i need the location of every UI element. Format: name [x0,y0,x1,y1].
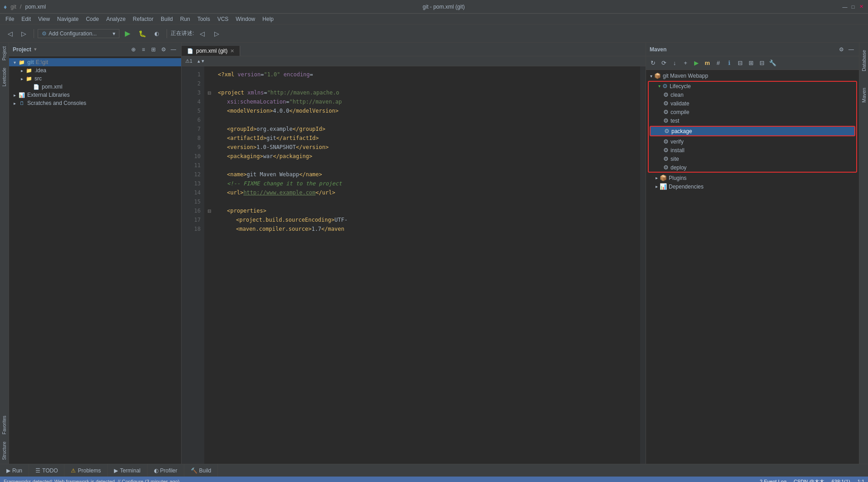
debug-button[interactable]: 🐛 [136,27,148,40]
minimize-button[interactable]: — [842,4,848,10]
back-button[interactable]: ◁ [4,27,16,40]
event-log-status[interactable]: 2 Event Log [760,479,787,482]
maven-collapse-button[interactable]: ⊟ [757,58,767,68]
close-button[interactable]: ✕ [858,4,864,10]
tree-item-git-root[interactable]: ▾ 📁 git E:\git [9,58,181,66]
file-icon-pom: 📄 [33,83,40,90]
project-panel-title: Project [13,46,31,53]
profiler-tab[interactable]: ◐ Profiler [148,464,184,477]
build-tab[interactable]: 🔨 Build [184,464,218,477]
status-left-text: Frameworks detected: Web framework is de… [4,479,179,482]
maven-refresh-button[interactable]: ↻ [648,58,658,68]
folder-icon-idea: 📁 [25,67,33,74]
maven-columns-button[interactable]: ⊟ [735,58,745,68]
tab-pom-xml[interactable]: 📄 pom.xml (git) ✕ [182,46,240,56]
gutter-5 [204,106,214,115]
maven-run-button[interactable]: ▶ [691,58,701,68]
hide-panel-button[interactable]: — [169,45,178,54]
maven-package-item[interactable]: ⚙ package [651,127,854,135]
maven-expand-button[interactable]: ⊞ [746,58,756,68]
maven-lifecycle-item[interactable]: ▾ ⚙ Lifecycle [649,82,856,90]
maven-verify-item[interactable]: ⚙ verify [649,137,856,146]
menu-code[interactable]: Code [82,15,103,23]
run-tab[interactable]: ▶ Run [0,464,29,477]
maven-test-item[interactable]: ⚙ test [649,116,856,125]
maven-side-tab[interactable]: Maven [860,84,868,106]
maximize-button[interactable]: □ [850,4,856,10]
project-dropdown-icon[interactable]: ▾ [34,46,37,52]
terminal-tab[interactable]: ▶ Terminal [108,464,147,477]
maven-site-item[interactable]: ⚙ site [649,154,856,163]
coverage-button[interactable]: ◐ [150,27,163,40]
prev-button[interactable]: ◁ [196,27,208,40]
maven-root-item[interactable]: ▾ 📦 git Maven Webapp [646,72,859,80]
tree-item-src[interactable]: ▸ 📁 src [9,75,181,83]
menu-run[interactable]: Run [177,15,194,23]
expand-all-button[interactable]: ⊞ [149,45,158,54]
maven-compile-item[interactable]: ⚙ compile [649,108,856,116]
maven-validate-item[interactable]: ⚙ validate [649,99,856,108]
menu-tools[interactable]: Tools [194,15,214,23]
favorites-side-tab[interactable]: Favorites [1,412,8,438]
lifecycle-group: ▾ ⚙ Lifecycle ⚙ clean ⚙ validate ⚙ compi… [648,81,857,173]
gutter-1 [204,70,214,79]
run-configuration[interactable]: ⚙ Add Configuration... ▾ [38,29,119,38]
ln-14: 14 [182,188,204,197]
code-line-14: <url>http://www.example.com</url> [214,188,640,197]
gutter-2 [204,79,214,88]
ln-10: 10 [182,152,204,161]
menu-help[interactable]: Help [259,15,277,23]
maven-panel: Maven ⚙ — ↻ ⟳ ↓ + ▶ m # ℹ ⊟ ⊞ ⊟ 🔧 ▾ 📦 [646,43,859,464]
maven-settings-button[interactable]: ⚙ [837,45,845,54]
maven-package-label: package [671,128,692,134]
maven-wrench-button[interactable]: 🔧 [768,58,778,68]
menu-view[interactable]: View [35,15,54,23]
maven-download-button[interactable]: ↓ [670,58,680,68]
settings-button[interactable]: ⚙ [159,45,168,54]
problems-tab[interactable]: ⚠ Problems [64,464,108,477]
menu-analyze[interactable]: Analyze [103,15,129,23]
menu-file[interactable]: File [2,15,18,23]
todo-tab[interactable]: ☰ TODO [29,464,64,477]
code-content[interactable]: <?xml version="1.0" encoding= <project x… [214,66,640,464]
title-bar: ♦ git / pom.xml git - pom.xml (git) — □ … [0,0,868,14]
ln-2: 2 [182,79,204,88]
tree-item-external-libraries[interactable]: ▸ 📊 External Libraries [9,91,181,99]
maven-reimport-button[interactable]: ⟳ [659,58,669,68]
forward-button[interactable]: ▷ [17,27,30,40]
leetcode-side-tab[interactable]: Leetcode [1,64,8,90]
tree-item-scratches[interactable]: ▸ 🗒 Scratches and Consoles [9,99,181,107]
gutter-16-fold[interactable]: ⊟ [204,206,214,215]
collapse-all-button[interactable]: ≡ [139,45,148,54]
code-line-12: <name>git Maven Webapp</name> [214,170,640,179]
maven-skip-tests-button[interactable]: # [713,58,723,68]
tree-item-pom[interactable]: 📄 pom.xml [9,83,181,91]
ln-18: 18 [182,224,204,234]
maven-m-button[interactable]: m [702,58,712,68]
structure-side-tab[interactable]: Structure [1,438,8,464]
next-button[interactable]: ▷ [210,27,223,40]
maven-plugins-item[interactable]: ▸ 📦 Plugins [646,174,859,182]
menu-window[interactable]: Window [232,15,259,23]
database-side-tab[interactable]: Database [860,46,868,75]
menu-refactor[interactable]: Refactor [129,15,157,23]
maven-dependencies-item[interactable]: ▸ 📊 Dependencies [646,182,859,191]
maven-add-button[interactable]: + [681,58,690,68]
menu-edit[interactable]: Edit [18,15,35,23]
maven-info-button[interactable]: ℹ [724,58,734,68]
locate-in-tree-button[interactable]: ⊕ [129,45,138,54]
gutter-3-fold[interactable]: ⊟ [204,88,214,97]
menu-vcs[interactable]: VCS [214,15,232,23]
run-button[interactable]: ▶ [121,27,134,40]
maven-install-item[interactable]: ⚙ install [649,146,856,154]
maven-deploy-item[interactable]: ⚙ deploy [649,163,856,172]
tab-close-button[interactable]: ✕ [230,48,234,54]
maven-hide-button[interactable]: — [847,45,855,54]
run-tab-label: Run [12,467,22,474]
menu-build[interactable]: Build [157,15,177,23]
cursor-position: 638:1(1) [832,479,850,482]
menu-navigate[interactable]: Navigate [54,15,82,23]
project-side-tab[interactable]: Project [1,43,8,64]
tree-item-idea[interactable]: ▸ 📁 .idea [9,66,181,75]
maven-clean-item[interactable]: ⚙ clean [649,90,856,99]
